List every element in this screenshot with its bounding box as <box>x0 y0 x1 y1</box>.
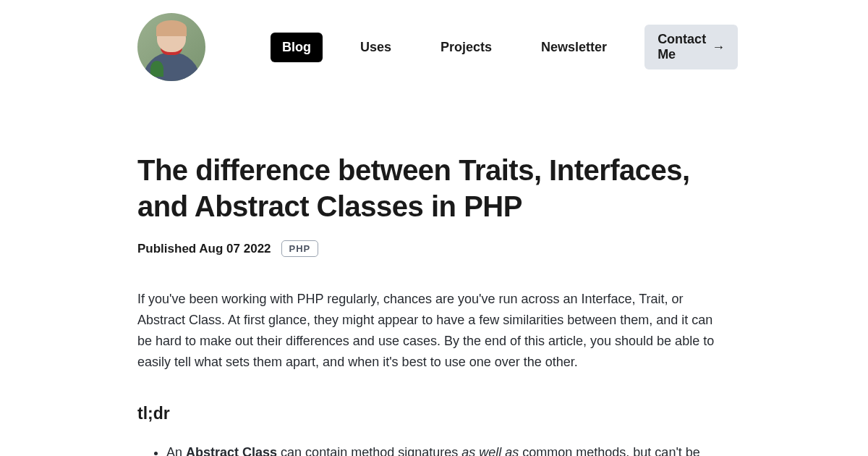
arrow-right-icon: → <box>712 40 725 55</box>
nav-link-contact[interactable]: Contact Me → <box>644 25 738 69</box>
nav-link-newsletter[interactable]: Newsletter <box>529 33 618 62</box>
tag-badge[interactable]: PHP <box>281 240 319 257</box>
tldr-list: An Abstract Class can contain method sig… <box>137 442 731 456</box>
bold-text: Abstract Class <box>186 445 277 456</box>
list-item: An Abstract Class can contain method sig… <box>166 442 731 456</box>
italic-text: as well as <box>461 445 519 456</box>
contact-label: Contact Me <box>658 32 706 62</box>
site-header: Blog Uses Projects Newsletter Contact Me… <box>137 0 731 94</box>
article-meta: Published Aug 07 2022 PHP <box>137 240 731 257</box>
article-intro: If you've been working with PHP regularl… <box>137 289 731 373</box>
published-date: Published Aug 07 2022 <box>137 242 271 256</box>
avatar[interactable] <box>137 13 205 81</box>
primary-nav: Blog Uses Projects Newsletter Contact Me… <box>271 25 738 69</box>
nav-link-projects[interactable]: Projects <box>429 33 503 62</box>
nav-link-blog[interactable]: Blog <box>271 33 323 62</box>
tldr-heading: tl;dr <box>137 404 731 423</box>
nav-link-uses[interactable]: Uses <box>349 33 403 62</box>
article-title: The difference between Traits, Interface… <box>137 152 731 224</box>
